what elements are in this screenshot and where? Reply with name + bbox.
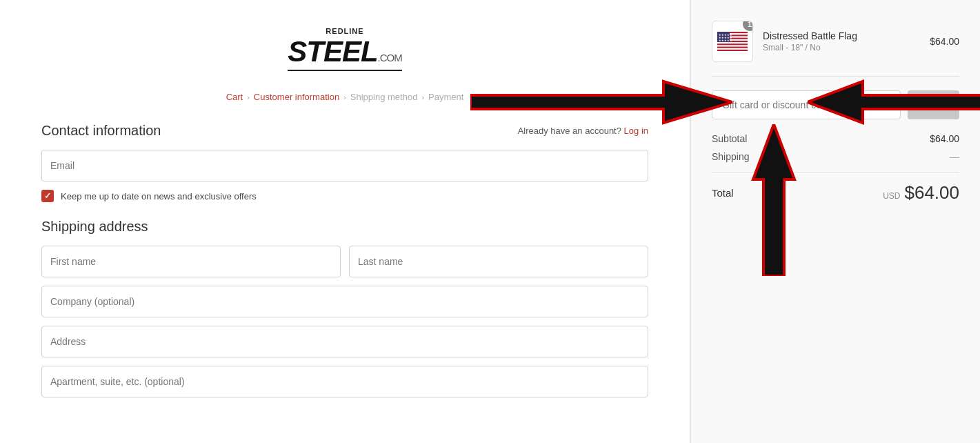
newsletter-label: Keep me up to date on news and exclusive… [61, 191, 257, 201]
breadcrumb-sep-3: › [421, 93, 424, 101]
company-input[interactable] [41, 286, 648, 317]
apply-button[interactable]: Apply [908, 90, 959, 119]
shipping-label: Shipping [712, 151, 750, 162]
discount-row: Apply [712, 90, 959, 119]
breadcrumb-shipping: Shipping method [350, 92, 418, 102]
total-label: Total [712, 187, 734, 199]
svg-rect-6 [717, 48, 748, 50]
logo-underline [288, 70, 402, 71]
total-row: Total USD $64.00 [712, 182, 959, 204]
svg-rect-4 [717, 42, 748, 43]
email-input[interactable] [41, 150, 648, 181]
shipping-row: Shipping — [712, 151, 959, 162]
product-info: Distressed Battle Flag Small - 18" / No [763, 30, 920, 52]
login-link[interactable]: Log in [624, 126, 648, 136]
logo-area: REDLINE STEEL.com [41, 28, 648, 71]
contact-section-title: Contact information [41, 123, 161, 139]
summary-divider [712, 172, 959, 173]
breadcrumb-sep-1: › [247, 93, 250, 101]
subtotal-label: Subtotal [712, 133, 747, 144]
product-quantity-badge: 1 [743, 21, 753, 31]
logo-top-text: REDLINE [288, 28, 402, 35]
first-name-input[interactable] [41, 246, 341, 277]
apartment-input[interactable] [41, 366, 648, 397]
breadcrumb-customer-info[interactable]: Customer information [254, 92, 339, 102]
svg-text:★★★★★: ★★★★★ [719, 39, 732, 42]
newsletter-row: Keep me up to date on news and exclusive… [41, 190, 648, 202]
contact-section-header: Contact information Already have an acco… [41, 123, 648, 139]
shipping-value: — [950, 151, 959, 162]
product-row: 1 ★★★★★ ★★★★★ ★★★★★ Distressed Battle Fl [712, 21, 959, 77]
flag-icon: ★★★★★ ★★★★★ ★★★★★ [717, 32, 748, 51]
subtotal-value: $64.00 [930, 133, 959, 144]
shipping-section-title: Shipping address [41, 219, 648, 235]
discount-input[interactable] [712, 90, 901, 119]
name-row [41, 246, 648, 277]
newsletter-checkbox[interactable] [41, 190, 54, 202]
product-name: Distressed Battle Flag [763, 30, 920, 41]
product-price: $64.00 [930, 36, 959, 47]
product-variant: Small - 18" / No [763, 43, 920, 52]
breadcrumb-sep-2: › [343, 93, 346, 101]
total-right: USD $64.00 [883, 182, 959, 204]
breadcrumb-cart[interactable]: Cart [226, 92, 243, 102]
last-name-input[interactable] [349, 246, 648, 277]
left-panel: REDLINE STEEL.com Cart › Customer inform… [0, 0, 690, 443]
login-prompt: Already have an account? Log in [518, 126, 648, 136]
subtotal-row: Subtotal $64.00 [712, 133, 959, 144]
breadcrumb: Cart › Customer information › Shipping m… [41, 92, 648, 102]
logo-steel-text: STEEL.com [288, 35, 402, 68]
total-amount: $64.00 [904, 182, 959, 204]
svg-rect-5 [717, 45, 748, 46]
right-panel: 1 ★★★★★ ★★★★★ ★★★★★ Distressed Battle Fl [690, 0, 980, 443]
product-image: 1 ★★★★★ ★★★★★ ★★★★★ [712, 21, 753, 62]
breadcrumb-payment: Payment [428, 92, 463, 102]
address-input[interactable] [41, 326, 648, 357]
total-currency: USD [883, 191, 900, 201]
